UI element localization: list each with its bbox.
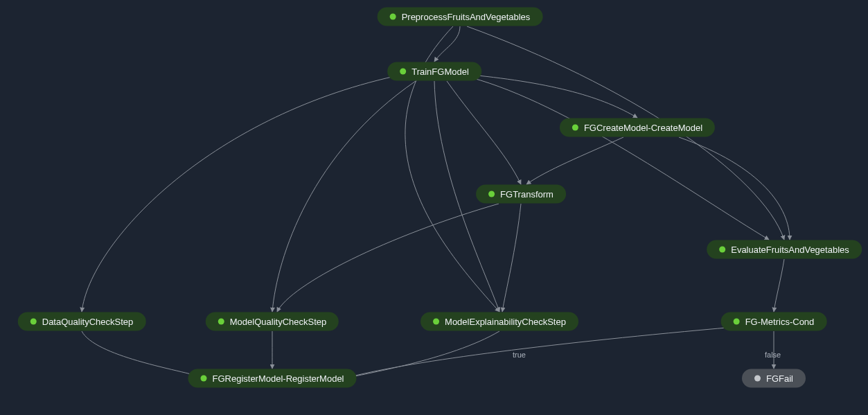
status-dot-icon xyxy=(754,376,761,382)
edge-transform-mqc xyxy=(277,204,499,312)
node-train[interactable]: TrainFGModel xyxy=(387,62,481,81)
node-modelexplainabilitycheck[interactable]: ModelExplainabilityCheckStep xyxy=(420,312,578,331)
pipeline-graph: { "nodes": { "preprocess": { "label": "P… xyxy=(0,0,868,415)
node-label: PreprocessFruitsAndVegetables xyxy=(402,12,531,22)
edge-preprocess-train xyxy=(434,26,460,62)
node-label: ModelQualityCheckStep xyxy=(230,317,326,327)
edge-createmodel-transform xyxy=(526,137,623,184)
status-dot-icon xyxy=(488,191,495,197)
edge-label-false: false xyxy=(765,351,781,359)
edge-dqc-register xyxy=(82,331,201,378)
node-preprocess[interactable]: PreprocessFruitsAndVegetables xyxy=(378,8,543,26)
node-label: FGRegisterModel-RegisterModel xyxy=(212,373,344,384)
node-label: EvaluateFruitsAndVegetables xyxy=(731,245,849,255)
edge-train-evaluate xyxy=(471,78,769,240)
node-fail[interactable]: FGFail xyxy=(742,369,806,388)
status-dot-icon xyxy=(30,319,37,325)
edge-evaluate-metrics xyxy=(774,259,784,312)
node-label: FGTransform xyxy=(500,189,553,200)
status-dot-icon xyxy=(734,319,740,325)
node-modelqualitycheck[interactable]: ModelQualityCheckStep xyxy=(206,312,339,331)
edge-label-true: true xyxy=(513,351,526,359)
node-label: FGFail xyxy=(766,373,793,384)
node-transform[interactable]: FGTransform xyxy=(476,185,566,204)
edge-metrics-register xyxy=(350,327,734,377)
node-label: FGCreateModel-CreateModel xyxy=(584,123,702,133)
status-dot-icon xyxy=(218,319,224,325)
edge-train-mqc xyxy=(272,81,416,312)
node-evaluate[interactable]: EvaluateFruitsAndVegetables xyxy=(707,240,862,259)
node-registermodel[interactable]: FGRegisterModel-RegisterModel xyxy=(188,369,356,388)
edge-train-dqc xyxy=(82,76,395,312)
status-dot-icon xyxy=(433,319,439,325)
edge-createmodel-evaluate xyxy=(679,137,790,240)
status-dot-icon xyxy=(572,125,578,131)
node-metrics-cond[interactable]: FG-Metrics-Cond xyxy=(721,312,827,331)
node-label: DataQualityCheckStep xyxy=(42,317,134,327)
node-dataqualitycheck[interactable]: DataQualityCheckStep xyxy=(18,312,146,331)
status-dot-icon xyxy=(200,376,206,382)
edge-train-transform xyxy=(447,81,521,184)
node-label: ModelExplainabilityCheckStep xyxy=(445,317,566,327)
edge-train-createmodel xyxy=(471,75,637,118)
edge-transform-mex xyxy=(502,204,521,312)
node-label: TrainFGModel xyxy=(411,67,469,77)
node-createmodel[interactable]: FGCreateModel-CreateModel xyxy=(560,118,715,137)
node-label: FG-Metrics-Cond xyxy=(745,317,815,327)
status-dot-icon xyxy=(390,14,396,20)
edge-mex-register xyxy=(346,331,499,378)
status-dot-icon xyxy=(400,69,406,75)
status-dot-icon xyxy=(719,247,725,253)
